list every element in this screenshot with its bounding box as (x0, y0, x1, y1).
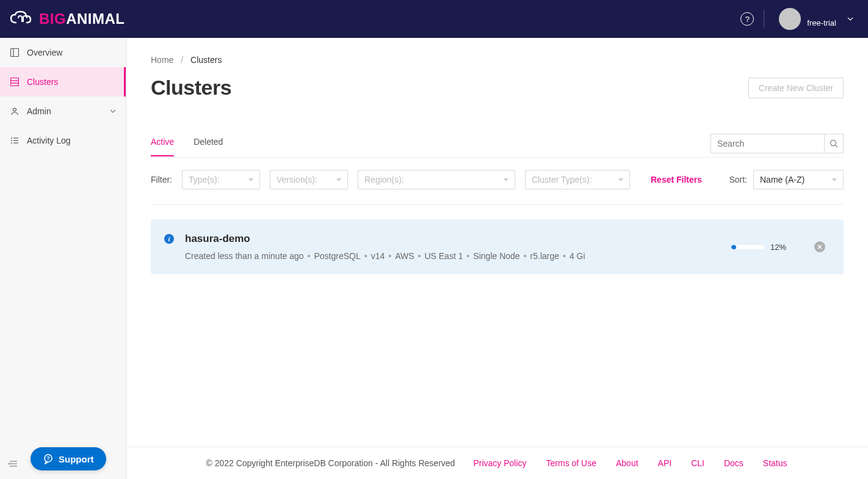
svg-line-18 (836, 145, 838, 148)
footer-terms-link[interactable]: Terms of Use (546, 458, 596, 468)
sort-label: Sort: (729, 175, 747, 185)
close-icon (817, 244, 822, 249)
user-menu[interactable]: free-trial (774, 5, 858, 32)
filter-type-select[interactable]: Type(s): (182, 170, 260, 189)
info-icon: i (164, 234, 174, 244)
sidebar-item-label: Overview (27, 48, 62, 57)
cloud-elephant-icon (10, 10, 34, 27)
svg-point-6 (11, 137, 12, 139)
footer-privacy-link[interactable]: Privacy Policy (473, 458, 526, 468)
brand-logo[interactable]: BIGANIMAL (10, 10, 125, 27)
filter-label: Filter: (151, 175, 172, 185)
svg-point-5 (13, 108, 16, 111)
dashboard-icon (10, 48, 20, 57)
svg-point-17 (831, 141, 836, 146)
sidebar-item-label: Admin (27, 106, 51, 116)
brand-big: BIG (39, 10, 66, 27)
search-input[interactable] (711, 134, 824, 153)
avatar (779, 8, 801, 30)
sidebar-item-label: Clusters (27, 77, 58, 87)
brand-animal: ANIMAL (66, 10, 125, 27)
tab-deleted[interactable]: Deleted (193, 136, 223, 156)
svg-rect-0 (11, 49, 19, 57)
user-label: free-trial (807, 18, 836, 27)
svg-point-8 (11, 140, 12, 141)
tab-active[interactable]: Active (151, 136, 174, 156)
footer-status-link[interactable]: Status (763, 458, 787, 468)
cluster-meta: Created less than a minute ago•PostgreSQ… (185, 251, 720, 261)
progress-percent: 12% (770, 243, 786, 252)
help-button[interactable]: ? (740, 12, 754, 26)
search-icon (830, 139, 838, 148)
sidebar-collapse-button[interactable] (9, 459, 18, 468)
svg-rect-2 (11, 78, 19, 86)
breadcrumb-home[interactable]: Home (151, 55, 173, 65)
footer-api-link[interactable]: API (658, 458, 672, 468)
filter-cluster-type-select[interactable]: Cluster Type(s): (525, 170, 630, 189)
support-button[interactable]: ? Support (31, 447, 106, 470)
footer-about-link[interactable]: About (616, 458, 638, 468)
provisioning-progress: 12% (731, 243, 786, 252)
search-button[interactable] (824, 134, 844, 153)
svg-text:?: ? (46, 455, 50, 461)
reset-filters-link[interactable]: Reset Filters (651, 175, 702, 185)
support-label: Support (59, 454, 94, 464)
sidebar: Overview Clusters Admin Activity Log (0, 38, 126, 479)
divider (764, 10, 764, 28)
sidebar-item-admin[interactable]: Admin (0, 97, 126, 126)
filter-version-select[interactable]: Version(s): (270, 170, 348, 189)
footer: © 2022 Copyright EnterpriseDB Corporatio… (126, 447, 868, 479)
svg-point-10 (11, 142, 12, 144)
footer-copyright: © 2022 Copyright EnterpriseDB Corporatio… (206, 458, 455, 468)
breadcrumb-current: Clusters (190, 55, 222, 65)
chevron-down-icon (110, 109, 116, 113)
chat-icon: ? (43, 453, 54, 464)
filter-region-select[interactable]: Region(s): (358, 170, 515, 189)
user-icon (10, 107, 20, 115)
create-cluster-button[interactable]: Create New Cluster (748, 78, 844, 98)
footer-cli-link[interactable]: CLI (691, 458, 704, 468)
cluster-row[interactable]: i hasura-demo Created less than a minute… (151, 219, 844, 274)
breadcrumb: Home / Clusters (151, 55, 844, 65)
page-title: Clusters (151, 76, 231, 100)
top-nav: BIGANIMAL ? free-trial (0, 0, 868, 38)
sort-select[interactable]: Name (A-Z) (753, 170, 844, 189)
cancel-button[interactable] (814, 241, 825, 252)
sidebar-item-clusters[interactable]: Clusters (0, 67, 126, 97)
chevron-down-icon (847, 17, 853, 21)
list-icon (10, 136, 20, 145)
clusters-icon (10, 78, 20, 86)
cluster-name: hasura-demo (185, 233, 720, 245)
sidebar-item-overview[interactable]: Overview (0, 38, 126, 67)
footer-docs-link[interactable]: Docs (724, 458, 743, 468)
sidebar-item-label: Activity Log (27, 136, 71, 145)
sidebar-item-activity-log[interactable]: Activity Log (0, 126, 126, 155)
